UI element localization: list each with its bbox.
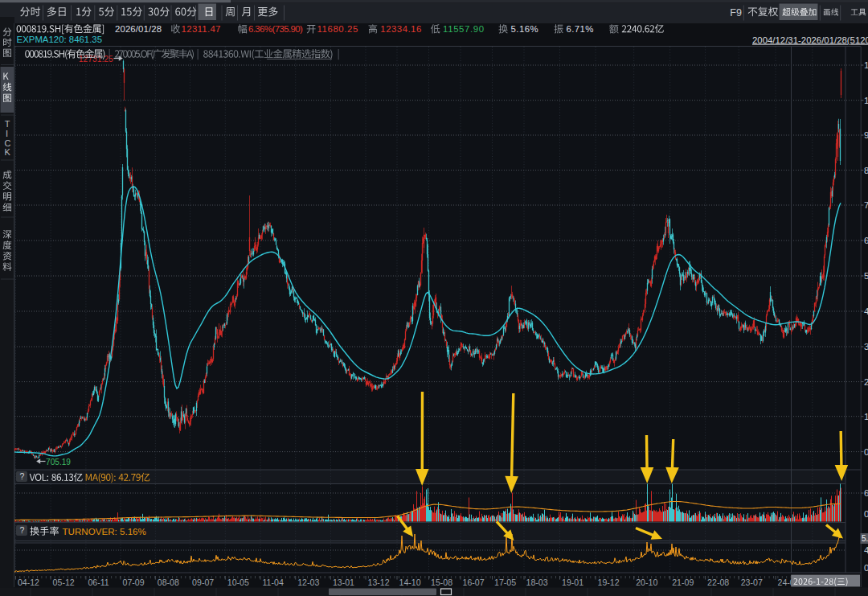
svg-text:0: 0 — [864, 447, 868, 457]
svg-text:6000: 6000 — [864, 236, 868, 245]
svg-text:C: C — [5, 138, 11, 148]
svg-text:EXPMA120: 8461.35: EXPMA120: 8461.35 — [17, 35, 102, 44]
svg-text:1000: 1000 — [864, 412, 868, 421]
svg-text:21-09: 21-09 — [672, 578, 694, 587]
svg-text:06-11: 06-11 — [88, 578, 108, 587]
svg-text:2026/01/28: 2026/01/28 — [115, 24, 162, 34]
svg-text:08-08: 08-08 — [158, 578, 179, 587]
svg-text:3000: 3000 — [864, 342, 868, 351]
svg-text:?: ? — [20, 471, 25, 481]
svg-text:16-07: 16-07 — [463, 578, 485, 587]
svg-text:20-10: 20-10 — [636, 578, 657, 587]
svg-text:13-12: 13-12 — [368, 578, 390, 587]
svg-text:0: 0 — [864, 509, 868, 519]
svg-text:12311.47: 12311.47 — [182, 24, 221, 34]
svg-text:11557.90: 11557.90 — [443, 24, 484, 34]
svg-text:?: ? — [20, 525, 25, 535]
svg-text:T: T — [5, 119, 10, 129]
svg-text:9000: 9000 — [864, 130, 868, 140]
svg-text:2004/12/31-2026/01/28(51208: 2004/12/31-2026/01/28(51208 — [752, 35, 868, 45]
svg-text:8000: 8000 — [864, 166, 868, 175]
svg-text:K: K — [5, 147, 11, 157]
svg-text:22-08: 22-08 — [707, 578, 729, 587]
svg-text:705.19: 705.19 — [46, 457, 71, 467]
svg-text:11000: 11000 — [864, 60, 868, 70]
svg-text:5000: 5000 — [864, 271, 868, 281]
svg-text:19-01: 19-01 — [562, 578, 583, 587]
svg-text:12-03: 12-03 — [297, 578, 319, 587]
svg-text:7000: 7000 — [864, 200, 868, 210]
svg-text:I: I — [6, 129, 8, 138]
svg-text:18-03: 18-03 — [526, 578, 548, 587]
svg-text:14-10: 14-10 — [399, 578, 421, 587]
svg-text:05-12: 05-12 — [53, 578, 75, 587]
svg-text:11-04: 11-04 — [263, 578, 284, 587]
svg-text:11680.25: 11680.25 — [317, 24, 358, 34]
svg-text:13-01: 13-01 — [333, 578, 354, 587]
svg-text:19-12: 19-12 — [598, 578, 620, 587]
svg-text:07-09: 07-09 — [123, 578, 145, 587]
svg-text:10000: 10000 — [864, 96, 868, 105]
svg-text:60: 60 — [864, 488, 868, 498]
svg-text:23-07: 23-07 — [741, 578, 763, 587]
svg-text:6.36%(735.90): 6.36%(735.90) — [248, 24, 303, 34]
svg-text:F9: F9 — [730, 7, 742, 18]
svg-text:5.16%: 5.16% — [511, 24, 538, 34]
svg-text:12334.16: 12334.16 — [380, 24, 421, 34]
svg-text:5.1: 5.1 — [862, 534, 868, 543]
svg-text:4: 4 — [864, 545, 868, 555]
svg-text:15-08: 15-08 — [431, 578, 452, 587]
svg-text:17-05: 17-05 — [494, 578, 516, 587]
svg-text:2000: 2000 — [864, 377, 868, 387]
svg-text:0: 0 — [864, 563, 868, 573]
svg-text:09-07: 09-07 — [192, 578, 214, 587]
svg-text:TURNOVER: 5.16%: TURNOVER: 5.16% — [63, 526, 146, 536]
svg-text:10-05: 10-05 — [227, 578, 249, 587]
svg-text:04-12: 04-12 — [18, 578, 39, 587]
svg-text:4000: 4000 — [864, 306, 868, 316]
svg-text:6.71%: 6.71% — [566, 24, 593, 34]
